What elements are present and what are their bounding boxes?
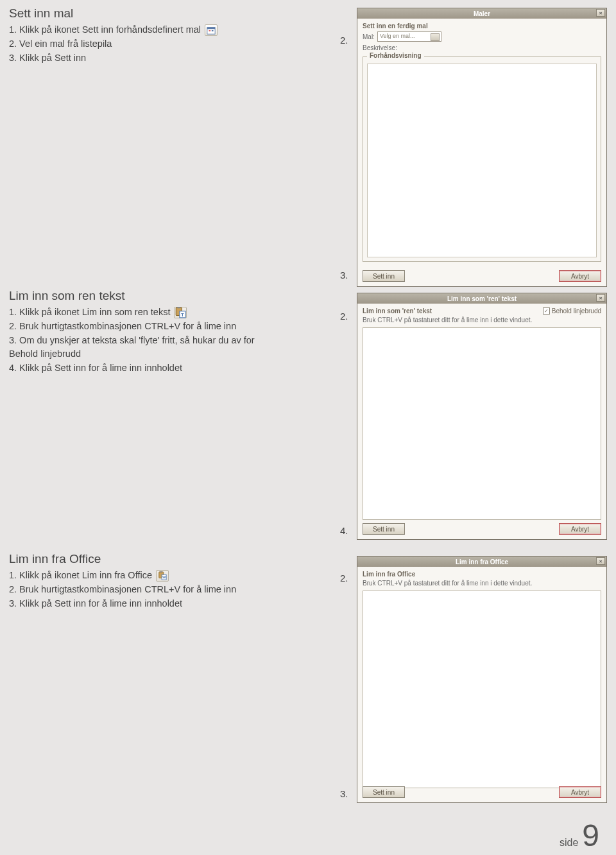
svg-rect-1 [207,28,215,30]
svg-rect-2 [209,30,211,31]
hint-text: Bruk CTRL+V på tastaturet ditt for å lim… [363,316,601,324]
dialog-title: Maler [474,10,490,17]
paste-textarea[interactable] [363,327,601,520]
step-text: 1. Klikk på ikonet Lim inn fra Office [9,569,152,583]
svg-text:W: W [162,575,166,579]
dialog-title: Lim inn fra Office [456,558,508,566]
page-num: 9 [582,820,599,851]
heading-insert-template: Sett inn mal [9,6,278,21]
dialog-templates: Maler × Sett inn en ferdig mal Mal: Velg… [357,8,607,287]
dialog-subtitle: Lim inn fra Office [363,571,601,578]
preview-legend: Forhåndsvisning [367,52,424,59]
step-row: 1. Klikk på ikonet Sett inn forhåndsdefi… [9,23,278,37]
insert-button[interactable]: Sett inn [363,523,405,535]
paste-textarea[interactable] [363,591,601,788]
heading-paste-office: Lim inn fra Office [9,552,278,566]
checkbox-label: Behold linjebrudd [552,307,601,315]
dialog-titlebar: Maler × [357,8,606,19]
svg-text:T: T [181,312,184,318]
dialog-subtitle: Sett inn en ferdig mal [363,22,601,30]
annotation-number: 3. [340,270,348,281]
annotation-number: 2. [340,573,348,583]
checkbox-icon[interactable]: ✓ [543,307,550,315]
svg-rect-3 [212,30,214,31]
step-text: 1. Klikk på ikonet Lim inn som ren tekst [9,306,170,320]
beskrivelse-label: Beskrivelse: [363,44,601,51]
section-paste-plain: Lim inn som ren tekst 1. Klikk på ikonet… [9,289,278,376]
step-text: 3. Klikk på Sett inn for å lime inn innh… [9,597,278,611]
annotation-number: 2. [340,311,348,322]
close-icon[interactable]: × [596,557,605,565]
template-select[interactable]: Velg en mal... [377,31,441,42]
dialog-paste-plain: Lim inn som 'ren' tekst × Lim inn som 'r… [357,293,607,540]
hint-text: Bruk CTRL+V på tastaturet ditt for å lim… [363,580,601,587]
heading-paste-plain: Lim inn som ren tekst [9,289,278,303]
step-text: 2. Vel ein mal frå listepila [9,37,278,51]
dialog-subtitle: Lim inn som 'ren' tekst [363,307,432,315]
paste-office-icon: W [156,570,169,582]
step-text: 2. Bruk hurtigtastkombinasjonen CTRL+V f… [9,583,278,597]
annotation-number: 3. [340,788,348,799]
step-text: 1. Klikk på ikonet Sett inn forhåndsdefi… [9,23,201,37]
dialog-title: Lim inn som 'ren' tekst [447,295,517,302]
dialog-titlebar: Lim inn som 'ren' tekst × [357,293,606,304]
step-text: 4. Klikk på Sett inn for å lime inn innh… [9,361,278,376]
annotation-number: 2. [340,35,348,46]
section-insert-template: Sett inn mal 1. Klikk på ikonet Sett inn… [9,6,278,65]
preview-area [367,64,597,257]
page-label: side [560,837,578,849]
close-icon[interactable]: × [596,9,605,17]
svg-rect-9 [160,571,162,573]
preview-fieldset: Forhåndsvisning [363,56,601,262]
page-number: side 9 [560,820,599,851]
paste-text-icon: T [174,307,187,318]
dialog-paste-office: Lim inn fra Office × Lim inn fra Office … [357,556,607,803]
cancel-button[interactable]: Avbryt [559,523,601,535]
cancel-button[interactable]: Avbryt [559,786,601,798]
template-icon [205,24,218,36]
step-text: 3. Om du ynskjer at teksta skal 'flyte' … [9,334,278,362]
step-row: 1. Klikk på ikonet Lim inn fra Office W [9,569,278,583]
mal-label: Mal: [363,33,375,40]
cancel-button[interactable]: Avbryt [559,270,601,282]
insert-button[interactable]: Sett inn [363,786,405,798]
keep-linebreak-checkbox[interactable]: ✓ Behold linjebrudd [543,307,601,315]
step-text: 2. Bruk hurtigtastkombinasjonen CTRL+V f… [9,320,278,334]
annotation-number: 4. [340,525,348,536]
section-paste-office: Lim inn fra Office 1. Klikk på ikonet Li… [9,552,278,610]
insert-button[interactable]: Sett inn [363,270,405,282]
close-icon[interactable]: × [596,294,605,302]
step-text: 3. Klikk på Sett inn [9,51,278,65]
svg-rect-5 [178,307,181,308]
dialog-titlebar: Lim inn fra Office × [357,557,606,567]
step-row: 1. Klikk på ikonet Lim inn som ren tekst… [9,306,278,320]
